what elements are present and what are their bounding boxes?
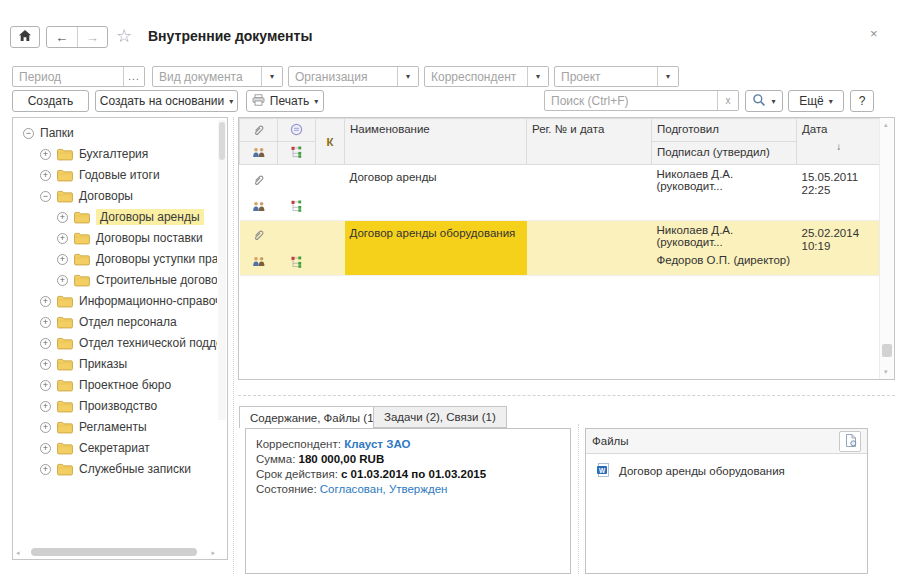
search-box[interactable]: x — [544, 90, 739, 111]
expand-icon[interactable]: + — [40, 149, 51, 160]
reg-cell[interactable] — [527, 220, 652, 276]
tree-item[interactable]: +Регламенты — [13, 417, 147, 437]
expand-icon[interactable]: + — [40, 464, 51, 475]
prepared-column-header[interactable]: Подготовил — [652, 119, 797, 142]
period-filter[interactable]: ... — [12, 66, 145, 87]
horizontal-splitter[interactable] — [238, 395, 895, 396]
home-button[interactable] — [10, 26, 40, 48]
reg-column-header[interactable]: Рег. № и дата — [527, 119, 652, 165]
status-cell[interactable] — [278, 220, 316, 251]
help-button[interactable]: ? — [850, 90, 874, 112]
status-column-header[interactable] — [278, 119, 316, 142]
favorite-star-icon[interactable]: ☆ — [116, 25, 132, 47]
k-cell[interactable] — [316, 165, 345, 221]
expand-icon[interactable]: + — [40, 170, 51, 181]
prepared-cell[interactable]: Николаев Д.А. (руководит... — [652, 220, 797, 251]
collapse-icon[interactable]: − — [23, 128, 34, 139]
doc-type-filter[interactable]: ▾ — [152, 66, 283, 87]
main-splitter[interactable] — [233, 117, 234, 574]
people-cell[interactable] — [240, 195, 278, 220]
search-clear-icon[interactable]: x — [717, 91, 738, 110]
tree-item[interactable]: +Информационно-справочные — [13, 291, 217, 311]
reg-cell[interactable] — [527, 165, 652, 221]
tasks-column-header[interactable] — [278, 142, 316, 165]
new-file-button[interactable] — [839, 431, 861, 452]
tree-vertical-scrollbar[interactable] — [218, 120, 226, 420]
organization-dropdown-icon[interactable]: ▾ — [397, 67, 418, 86]
tasks-cell[interactable] — [278, 251, 316, 276]
correspondent-link[interactable]: Клауст ЗАО — [344, 438, 410, 450]
expand-icon[interactable]: + — [40, 380, 51, 391]
back-button[interactable]: ← — [47, 27, 78, 47]
organization-input[interactable] — [289, 67, 397, 86]
expand-icon[interactable]: + — [57, 275, 68, 286]
close-icon[interactable]: × — [870, 26, 878, 41]
tree-item[interactable]: +Служебные записки — [13, 459, 191, 479]
status-cell[interactable] — [278, 165, 316, 196]
tab-content-files[interactable]: Содержание, Файлы (1) — [239, 406, 388, 428]
tree-item[interactable]: +Отдел технической поддержки — [13, 333, 217, 353]
search-menu-button[interactable]: ▾ — [745, 90, 783, 112]
project-dropdown-icon[interactable]: ▾ — [657, 67, 678, 86]
state-link[interactable]: Согласован, Утвержден — [320, 483, 448, 495]
grid-vertical-scrollbar[interactable]: ▴ ▾ — [879, 118, 894, 379]
expand-icon[interactable]: + — [57, 254, 68, 265]
people-column-header[interactable] — [240, 142, 278, 165]
tree-item[interactable]: +Годовые итоги — [13, 165, 160, 185]
paperclip-column-header[interactable] — [240, 119, 278, 142]
correspondent-filter[interactable]: ▾ — [424, 66, 549, 87]
expand-icon[interactable]: + — [40, 359, 51, 370]
project-input[interactable] — [555, 67, 657, 86]
create-button[interactable]: Создать — [12, 90, 89, 112]
signed-column-header[interactable]: Подписал (утвердил) — [652, 142, 797, 165]
signed-cell[interactable] — [652, 195, 797, 220]
tree-item[interactable]: −Папки — [13, 123, 74, 143]
period-picker-button[interactable]: ... — [123, 67, 144, 86]
tab-tasks-links[interactable]: Задачи (2), Связи (1) — [373, 406, 507, 428]
expand-icon[interactable]: + — [40, 422, 51, 433]
tree-item[interactable]: +Секретариат — [13, 438, 150, 458]
signed-cell[interactable]: Федоров О.П. (директор) — [652, 251, 797, 276]
project-filter[interactable]: ▾ — [554, 66, 679, 87]
scrollbar-thumb[interactable] — [219, 122, 225, 160]
expand-icon[interactable]: + — [40, 443, 51, 454]
expand-icon[interactable]: + — [57, 233, 68, 244]
tree-item[interactable]: +Бухгалтерия — [13, 144, 148, 164]
table-row[interactable]: Договор аренды оборудованияНиколаев Д.А.… — [240, 220, 880, 251]
period-input[interactable] — [13, 67, 123, 86]
scroll-down-icon[interactable]: ▾ — [884, 368, 888, 375]
create-based-on-button[interactable]: Создать на основании ▾ — [95, 90, 238, 112]
name-cell[interactable]: Договор аренды — [345, 165, 527, 221]
organization-filter[interactable]: ▾ — [288, 66, 419, 87]
collapse-icon[interactable]: − — [40, 191, 51, 202]
tree-item[interactable]: −Договоры — [13, 186, 133, 206]
tree-item[interactable]: +Отдел персонала — [13, 312, 177, 332]
doc-type-dropdown-icon[interactable]: ▾ — [261, 67, 282, 86]
name-column-header[interactable]: Наименование — [345, 119, 527, 165]
expand-icon[interactable]: + — [40, 317, 51, 328]
tree-item[interactable]: +Проектное бюро — [13, 375, 171, 395]
scrollbar-thumb[interactable] — [31, 548, 197, 556]
tree-item[interactable]: +Договоры поставки — [13, 228, 203, 248]
tree-item[interactable]: +Приказы — [13, 354, 127, 374]
date-cell[interactable]: 15.05.201122:25 — [797, 165, 880, 221]
paperclip-cell[interactable] — [240, 220, 278, 251]
expand-icon[interactable]: + — [40, 338, 51, 349]
more-button[interactable]: Ещё ▾ — [788, 90, 844, 112]
paperclip-cell[interactable] — [240, 165, 278, 196]
tree-item[interactable]: +Договоры уступки прав — [13, 249, 217, 269]
k-cell[interactable] — [316, 220, 345, 276]
search-input[interactable] — [545, 91, 717, 110]
scroll-right-icon[interactable]: ▸ — [211, 549, 215, 556]
tree-item[interactable]: +Строительные договоры — [13, 270, 217, 290]
tasks-cell[interactable] — [278, 195, 316, 220]
expand-icon[interactable]: + — [57, 212, 68, 223]
date-cell[interactable]: 25.02.201410:19 — [797, 220, 880, 276]
correspondent-input[interactable] — [425, 67, 527, 86]
bottom-splitter[interactable] — [578, 424, 579, 574]
tree-item[interactable]: +Договоры аренды — [13, 207, 204, 227]
people-cell[interactable] — [240, 251, 278, 276]
prepared-cell[interactable]: Николаев Д.А. (руководит... — [652, 165, 797, 196]
print-button[interactable]: Печать ▾ — [246, 90, 324, 112]
expand-icon[interactable]: + — [40, 296, 51, 307]
